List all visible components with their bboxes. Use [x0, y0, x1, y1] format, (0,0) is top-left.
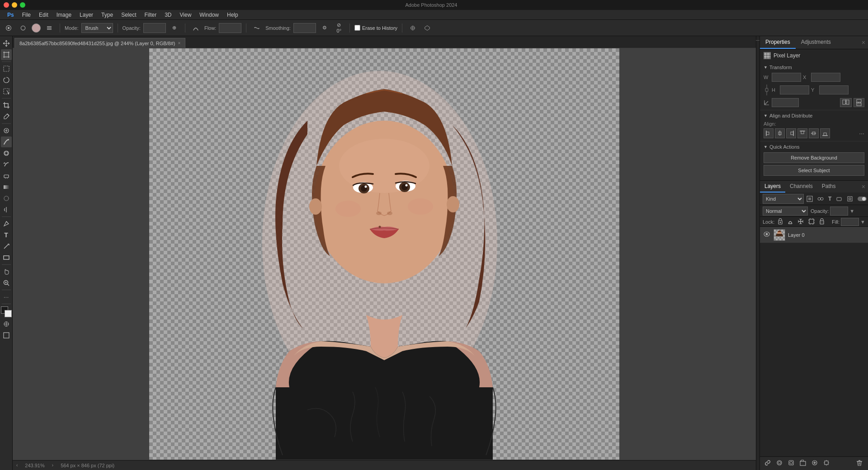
brush-tool[interactable] — [1, 136, 12, 147]
tab-properties[interactable]: Properties — [760, 36, 796, 49]
menu-ps[interactable]: Ps — [4, 11, 18, 19]
tab-adjustments[interactable]: Adjustments — [796, 36, 836, 49]
opacity-arrow[interactable]: ▼ — [849, 208, 854, 214]
layers-close-btn[interactable]: × — [859, 181, 868, 193]
menu-edit[interactable]: Edit — [35, 11, 52, 19]
close-button[interactable] — [4, 2, 9, 8]
filter-type-btn[interactable]: T — [826, 194, 833, 204]
align-top-btn[interactable] — [797, 128, 807, 138]
lock-position-btn[interactable] — [796, 218, 805, 226]
flow-input[interactable]: 100% — [219, 23, 241, 33]
zoom-tool[interactable] — [1, 277, 12, 288]
artboard-tool[interactable] — [1, 49, 12, 60]
type-tool[interactable]: T — [1, 230, 12, 240]
link-layers-btn[interactable] — [763, 459, 773, 468]
tab-layers[interactable]: Layers — [760, 181, 785, 193]
brush-preset-btn[interactable] — [17, 22, 29, 34]
extras-btn[interactable]: ··· — [1, 291, 12, 302]
angle-input[interactable]: 0.00° — [772, 98, 799, 107]
filter-toggle-btn[interactable] — [856, 194, 868, 204]
filter-pixel-btn[interactable] — [805, 194, 815, 204]
smoothing-input[interactable]: 0% — [293, 23, 316, 33]
move-tool[interactable] — [1, 38, 12, 49]
menu-select[interactable]: Select — [118, 11, 140, 19]
y-input[interactable]: 0 px — [819, 85, 849, 94]
fill-arrow[interactable]: ▼ — [860, 219, 865, 225]
lock-paint-btn[interactable] — [786, 218, 794, 226]
new-adjustment-btn[interactable] — [810, 459, 820, 468]
filter-adjustment-btn[interactable] — [816, 194, 826, 204]
eraser-tool[interactable] — [1, 170, 12, 181]
eyedropper-tool[interactable] — [1, 111, 12, 122]
nav-right-btn[interactable]: › — [52, 463, 53, 468]
crop-tool[interactable] — [1, 100, 12, 111]
smoothing-icon[interactable] — [251, 22, 263, 34]
quick-mask-btn[interactable] — [1, 319, 12, 329]
kind-select[interactable]: Kind Name Effect Mode Attribute Color Sm… — [763, 194, 804, 204]
new-group-btn[interactable] — [798, 459, 808, 468]
lock-pixels-btn[interactable] — [776, 218, 784, 226]
fill-input[interactable]: 100% — [841, 218, 859, 226]
document-tab[interactable]: 8a2b6385af57bbc85690fed48431d255.jpg @ 2… — [14, 38, 185, 48]
menu-filter[interactable]: Filter — [141, 11, 160, 19]
flow-icon[interactable] — [190, 22, 202, 34]
erase-history-checkbox[interactable] — [354, 25, 360, 31]
tab-channels[interactable]: Channels — [785, 181, 817, 193]
opacity-input[interactable]: 100% — [143, 23, 166, 33]
flip-vertical-btn[interactable] — [854, 98, 864, 107]
add-mask-btn[interactable] — [786, 459, 796, 468]
smoothing-options-btn[interactable]: ⚙ — [319, 22, 330, 34]
delete-layer-btn[interactable] — [854, 459, 865, 468]
gradient-tool[interactable] — [1, 182, 12, 193]
clone-stamp-tool[interactable] — [1, 148, 12, 159]
tool-preset-btn[interactable] — [3, 22, 14, 34]
history-brush-tool[interactable] — [1, 159, 12, 170]
nav-left-btn[interactable]: ‹ — [16, 463, 18, 468]
width-input[interactable]: 498 px — [772, 73, 801, 82]
quick-actions-header[interactable]: ▼ Quick Actions — [764, 144, 864, 150]
polygon-btn[interactable] — [421, 22, 433, 34]
tab-paths[interactable]: Paths — [817, 181, 840, 193]
opacity-input[interactable]: 100% — [830, 207, 848, 216]
menu-type[interactable]: Type — [98, 11, 117, 19]
align-middle-v-btn[interactable] — [809, 128, 819, 138]
path-selection-tool[interactable] — [1, 241, 12, 252]
rectangle-tool[interactable] — [1, 252, 12, 263]
angle-input-btn[interactable]: ⊘ 0° — [333, 22, 345, 34]
layer-item-0[interactable]: Layer 0 — [760, 227, 868, 243]
brush-settings-btn[interactable] — [32, 24, 41, 33]
menu-layer[interactable]: Layer — [76, 11, 97, 19]
select-subject-btn[interactable]: Select Subject — [764, 165, 864, 176]
heal-tool[interactable] — [1, 125, 12, 136]
lock-artboards-btn[interactable] — [807, 218, 816, 226]
transform-header[interactable]: ▼ Transform — [764, 65, 864, 70]
new-layer-btn[interactable] — [821, 459, 831, 468]
brush-menu-btn[interactable] — [43, 22, 55, 34]
menu-window[interactable]: Window — [196, 11, 222, 19]
height-input[interactable]: 846 px — [780, 85, 809, 94]
layer-visibility-btn[interactable] — [763, 230, 771, 239]
minimize-button[interactable] — [12, 2, 17, 8]
screen-mode-btn[interactable] — [1, 330, 12, 341]
object-selection-tool[interactable] — [1, 86, 12, 97]
align-header[interactable]: ▼ Align and Distribute — [764, 113, 864, 118]
align-right-btn[interactable] — [786, 128, 796, 138]
blur-tool[interactable] — [1, 193, 12, 204]
menu-3d[interactable]: 3D — [161, 11, 175, 19]
filter-smart-btn[interactable] — [845, 194, 855, 204]
dodge-tool[interactable] — [1, 204, 12, 215]
align-bottom-btn[interactable] — [820, 128, 830, 138]
blend-mode-select[interactable]: Normal Dissolve Multiply Screen Overlay — [763, 207, 808, 216]
remove-background-btn[interactable]: Remove Background — [764, 152, 864, 163]
menu-view[interactable]: View — [176, 11, 195, 19]
align-center-h-btn[interactable] — [775, 128, 785, 138]
menu-help[interactable]: Help — [223, 11, 242, 19]
marquee-tool[interactable] — [1, 63, 12, 74]
lock-all-btn[interactable] — [818, 218, 826, 226]
mode-select[interactable]: Brush Pencil Block — [81, 23, 113, 33]
align-more-btn[interactable]: ··· — [859, 130, 864, 137]
tab-close-btn[interactable]: × — [178, 41, 181, 46]
filter-shape-btn[interactable] — [834, 194, 844, 204]
align-left-btn[interactable] — [764, 128, 774, 138]
flip-horizontal-btn[interactable] — [840, 98, 852, 107]
